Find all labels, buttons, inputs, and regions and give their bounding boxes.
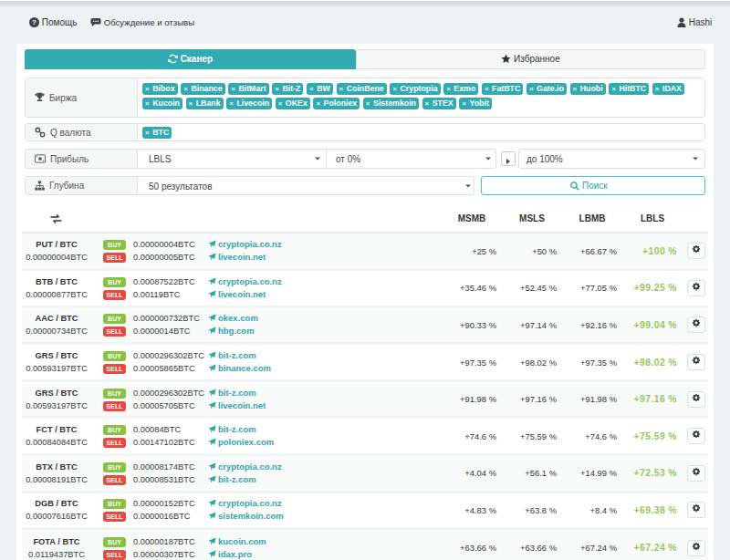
svg-text:?: ? bbox=[32, 18, 36, 26]
